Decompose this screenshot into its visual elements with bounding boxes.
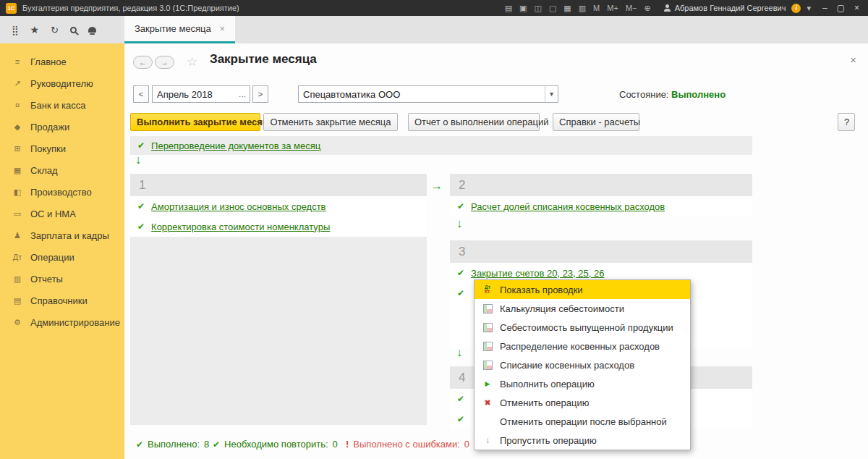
help-button[interactable]: ? [838, 113, 855, 131]
menu-item-indirect-distribution[interactable]: Распределение косвенных расходов [475, 337, 690, 355]
calc-m-plus-icon[interactable]: M+ [607, 4, 618, 12]
menu-item-label: Показать проводки [500, 285, 583, 295]
operation-row: ✔ Расчет долей списания косвенных расход… [450, 196, 752, 216]
favorite-star-icon[interactable]: ☆ [187, 54, 197, 70]
sidebar-item-label: Продажи [30, 122, 69, 132]
menu-item-cancel-operation[interactable]: ✖ Отменить операцию [475, 393, 690, 412]
period-picker-button[interactable]: … [235, 90, 250, 98]
sidebar-item-production[interactable]: ◧Производство [0, 181, 124, 203]
stage-number: 3 [459, 245, 465, 259]
sidebar: ≡Главное ↗Руководителю ¤Банк и касса ◆Пр… [0, 43, 124, 459]
footer-errors-label: Выполнено с ошибками: [353, 439, 460, 450]
table-icon[interactable]: ▦ [563, 4, 571, 13]
next-period-button[interactable]: > [252, 85, 268, 103]
operation-link-depreciation[interactable]: Амортизация и износ основных средств [151, 201, 326, 212]
sidebar-item-administration[interactable]: ⚙Администрирование [0, 311, 124, 333]
menu-item-show-postings[interactable]: ДтКт Показать проводки [475, 280, 690, 299]
menu-item-run-operation[interactable]: ▶ Выполнить операцию [475, 374, 690, 393]
stage-3-header: 3 [450, 240, 752, 263]
sidebar-item-purchases[interactable]: ⊞Покупки [0, 138, 124, 159]
menu-item-cancel-following-operations[interactable]: Отменить операции после выбранной [475, 412, 690, 431]
company-dropdown-icon[interactable]: ▾ [545, 86, 558, 102]
sidebar-item-main[interactable]: ≡Главное [0, 51, 124, 72]
sidebar-item-bank-cash[interactable]: ¤Банк и касса [0, 94, 124, 116]
menu-item-cost-calculation[interactable]: Калькуляция себестоимости [475, 299, 690, 318]
menu-item-indirect-writeoff[interactable]: Списание косвенных расходов [475, 355, 690, 374]
flow-down-arrow-icon: ↓ [135, 153, 141, 167]
sidebar-item-reports[interactable]: ▥Отчеты [0, 268, 124, 290]
sidebar-item-label: ОС и НМА [30, 209, 76, 219]
tab-close-icon[interactable]: × [220, 24, 225, 34]
close-button[interactable]: × [854, 3, 859, 13]
form-close-icon[interactable]: × [850, 54, 856, 66]
check-icon: ✔ [457, 201, 464, 211]
calendar-icon[interactable]: ▥ [579, 4, 586, 13]
menu-item-skip-operation[interactable]: ↓ Пропустить операцию [475, 431, 690, 450]
run-month-closing-button[interactable]: Выполнить закрытие месяца [130, 113, 260, 131]
report-icon [482, 323, 493, 332]
list-icon[interactable]: ▤ [505, 4, 512, 13]
operations-report-button[interactable]: Отчет о выполнении операций [408, 113, 540, 131]
tab-label: Закрытие месяца [135, 23, 211, 34]
stage-block-1: 1 ✔ Амортизация и износ основных средств… [130, 174, 427, 425]
minimize-button[interactable]: – [822, 3, 827, 13]
check-icon: ✔ [457, 288, 464, 298]
month-closing-form: ← → ☆ Закрытие месяца × < … > ▾ Состояни… [124, 43, 868, 459]
sidebar-item-manager[interactable]: ↗Руководителю [0, 72, 124, 94]
calc-m-icon[interactable]: M [593, 4, 600, 12]
start-menu-icon[interactable]: ⣿ [12, 25, 19, 35]
footer-repeat-value: 0 [333, 439, 338, 450]
menu-item-label: Списание косвенных расходов [500, 360, 634, 371]
tab-month-closing[interactable]: Закрытие месяца × [124, 16, 235, 43]
menu-item-label: Выполнить операцию [500, 379, 595, 389]
period-input[interactable] [153, 89, 235, 100]
reposting-link[interactable]: Перепроведение документов за месяц [151, 140, 320, 151]
preview-icon[interactable]: ◫ [534, 4, 541, 13]
app-body: ≡Главное ↗Руководителю ¤Банк и касса ◆Пр… [0, 43, 868, 459]
favorites-icon[interactable]: ★ [30, 24, 40, 35]
check-icon: ✔ [457, 414, 464, 424]
check-icon: ✔ [137, 140, 145, 151]
calc-m-minus-icon[interactable]: M− [626, 4, 637, 12]
notifications-icon[interactable] [88, 27, 96, 33]
stage-1-header: 1 [130, 174, 427, 196]
operation-link-cost-adjustment[interactable]: Корректировка стоимости номенклатуры [151, 222, 330, 232]
company-input[interactable] [299, 89, 545, 100]
document-icon[interactable]: ▢ [549, 4, 556, 13]
sidebar-item-warehouse[interactable]: ▦Склад [0, 159, 124, 181]
titlebar-toolbar: ▤ ▣ ◫ ▢ ▦ ▥ M M+ M− ⊕ [505, 4, 651, 13]
forward-button[interactable]: → [155, 56, 174, 69]
sidebar-item-salary-hr[interactable]: ♟Зарплата и кадры [0, 224, 124, 246]
operation-link-indirect-shares[interactable]: Расчет долей списания косвенных расходов [471, 201, 665, 212]
history-icon[interactable]: ↻ [51, 25, 59, 35]
search-icon[interactable] [70, 27, 77, 33]
back-button[interactable]: ← [133, 56, 153, 69]
sidebar-item-fixed-assets[interactable]: ▭ОС и НМА [0, 203, 124, 224]
maximize-button[interactable]: ▢ [837, 3, 845, 13]
chevron-down-icon[interactable]: ▾ [807, 4, 811, 13]
sidebar-item-label: Администрирование [30, 317, 120, 328]
user-icon [664, 4, 671, 12]
zoom-icon[interactable]: ⊕ [644, 4, 650, 13]
manager-section-icon: ↗ [12, 79, 23, 88]
cancel-month-closing-button[interactable]: Отменить закрытие месяца [263, 113, 398, 131]
sidebar-item-directories[interactable]: ▤Справочники [0, 290, 124, 311]
print-icon[interactable]: ▣ [519, 4, 527, 13]
menu-item-output-cost[interactable]: Себестоимость выпущенной продукции [475, 318, 690, 337]
sidebar-item-sales[interactable]: ◆Продажи [0, 116, 124, 138]
sidebar-item-operations[interactable]: ДтОперации [0, 246, 124, 268]
references-calculations-button[interactable]: Справки - расчеты [553, 113, 639, 131]
operation-row: ✔ Корректировка стоимости номенклатуры [130, 216, 427, 237]
skip-operation-icon: ↓ [482, 435, 493, 445]
operation-link-close-accounts[interactable]: Закрытие счетов 20, 23, 25, 26 [471, 268, 604, 279]
user-menu[interactable]: Абрамов Геннадий Сергеевич [664, 4, 786, 12]
user-name: Абрамов Геннадий Сергеевич [675, 4, 786, 12]
state-label: Состояние: [619, 89, 668, 100]
sales-icon: ◆ [12, 122, 23, 132]
info-icon[interactable]: i [791, 4, 801, 13]
stage-number: 1 [139, 178, 145, 193]
dtkt-icon: ДтКт [482, 285, 493, 294]
stage-number: 4 [459, 371, 465, 385]
previous-period-button[interactable]: < [133, 85, 149, 103]
footer-done-value: 8 [204, 439, 209, 450]
